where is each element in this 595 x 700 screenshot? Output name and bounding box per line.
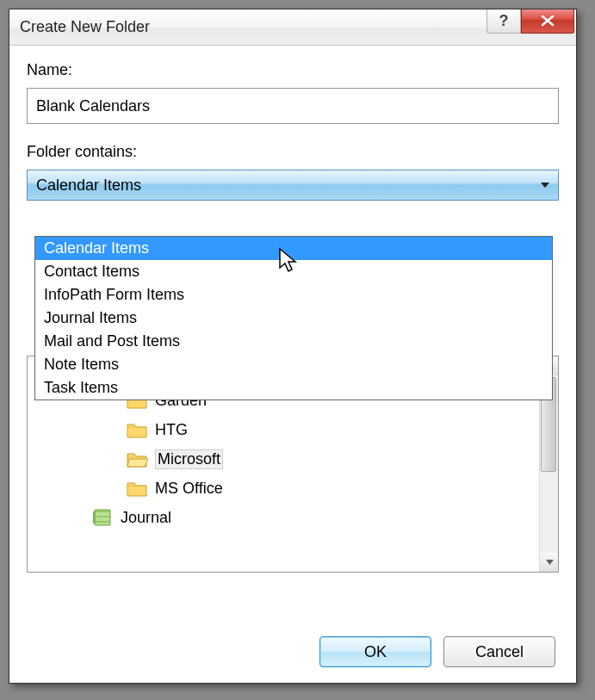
dropdown-item[interactable]: Journal Items — [35, 307, 552, 330]
help-icon: ? — [499, 12, 509, 30]
combo-value: Calendar Items — [36, 177, 141, 195]
dropdown-item[interactable]: Mail and Post Items — [35, 330, 552, 353]
tree-label: Microsoft — [155, 449, 223, 469]
name-label: Name: — [27, 61, 559, 79]
chevron-down-icon — [541, 183, 549, 188]
name-input[interactable] — [27, 88, 559, 124]
tree-item-journal[interactable]: Journal — [31, 503, 536, 532]
tree-label: Journal — [121, 509, 171, 527]
scroll-down-button[interactable] — [540, 553, 559, 572]
chevron-down-icon — [546, 560, 554, 565]
folder-contains-combo[interactable]: Calendar Items — [27, 170, 559, 201]
combo-dropdown[interactable]: Calendar Items Contact Items InfoPath Fo… — [34, 236, 553, 400]
tree-item-msoffice[interactable]: MS Office — [31, 474, 536, 503]
tree-item-microsoft[interactable]: Microsoft — [31, 444, 536, 474]
ok-button[interactable]: OK — [319, 636, 431, 667]
folder-contains-label: Folder contains: — [27, 143, 559, 161]
dropdown-item[interactable]: Note Items — [35, 353, 552, 376]
folder-icon — [126, 479, 148, 498]
journal-icon — [91, 508, 114, 527]
folder-icon — [126, 420, 148, 439]
tree-label: HTG — [155, 421, 188, 439]
help-button[interactable]: ? — [487, 9, 521, 34]
dropdown-item[interactable]: InfoPath Form Items — [35, 283, 552, 307]
cancel-button[interactable]: Cancel — [443, 636, 555, 667]
dropdown-item[interactable]: Calendar Items — [35, 237, 552, 260]
svg-rect-3 — [93, 511, 96, 523]
svg-rect-2 — [95, 510, 110, 525]
tree-item-htg[interactable]: HTG — [31, 415, 536, 444]
close-icon — [540, 11, 555, 31]
dropdown-item[interactable]: Contact Items — [35, 260, 552, 283]
dialog-title: Create New Folder — [20, 18, 150, 36]
close-button[interactable] — [521, 9, 574, 34]
folder-open-icon — [126, 449, 148, 468]
titlebar[interactable]: Create New Folder ? — [9, 9, 576, 46]
dropdown-item[interactable]: Task Items — [35, 376, 552, 400]
tree-label: MS Office — [155, 480, 223, 498]
